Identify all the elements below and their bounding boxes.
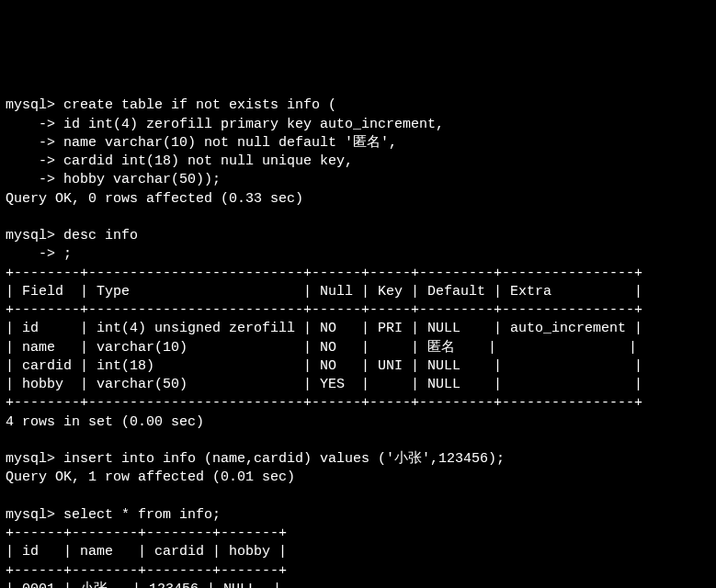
desc-table-border: +--------+--------------------------+---… (6, 395, 642, 411)
desc-table-row: | cardid | int(18) | NO | UNI | NULL | | (6, 358, 642, 374)
cmd-text: insert into info (name,cardid) values ('… (55, 451, 505, 467)
create-table-line1: mysql> create table if not exists info ( (6, 97, 336, 113)
mysql-prompt: mysql> (6, 451, 55, 467)
mysql-prompt: mysql> (6, 507, 55, 523)
select-table-header: | id | name | cardid | hobby | (6, 544, 287, 560)
create-table-line5: -> hobby varchar(50)); (6, 172, 221, 187)
continuation-prompt: -> (6, 117, 55, 132)
desc-table-row: | id | int(4) unsigned zerofill | NO | P… (6, 321, 642, 336)
insert-result: Query OK, 1 row affected (0.01 sec) (6, 469, 295, 485)
create-table-line2: -> id int(4) zerofill primary key auto_i… (6, 117, 444, 132)
cmd-text: hobby varchar(50)); (55, 172, 221, 187)
continuation-prompt: -> (6, 172, 55, 187)
continuation-prompt: -> (6, 153, 55, 169)
desc-table-header: | Field | Type | Null | Key | Default | … (6, 284, 642, 300)
desc-table-border: +--------+--------------------------+---… (6, 266, 642, 281)
cmd-text: ; (55, 246, 72, 262)
desc-table-row: | hobby | varchar(50) | YES | | NULL | | (6, 377, 642, 392)
mysql-prompt: mysql> (6, 97, 55, 113)
mysql-prompt: mysql> (6, 228, 55, 243)
cmd-text: desc info (55, 228, 138, 243)
desc-table-row: | name | varchar(10) | NO | | 匿名 | | (6, 340, 637, 356)
desc-table-border: +--------+--------------------------+---… (6, 302, 642, 318)
cmd-text: cardid int(18) not null unique key, (55, 153, 353, 169)
select-cmd-line: mysql> select * from info; (6, 507, 221, 523)
select-table-border: +------+--------+--------+-------+ (6, 563, 287, 579)
cmd-text: create table if not exists info ( (55, 97, 336, 113)
continuation-prompt: -> (6, 246, 55, 262)
select-table-border: +------+--------+--------+-------+ (6, 526, 287, 541)
desc-result: 4 rows in set (0.00 sec) (6, 414, 204, 430)
terminal-output: mysql> create table if not exists info (… (6, 78, 710, 588)
select-table-row: | 0001 | 小张 | 123456 | NULL | (6, 582, 281, 588)
cmd-text: name varchar(10) not null default '匿名', (55, 135, 397, 151)
cmd-text: select * from info; (55, 507, 221, 523)
create-table-line3: -> name varchar(10) not null default '匿名… (6, 135, 397, 151)
desc-semi-line: -> ; (6, 246, 72, 262)
cmd-text: id int(4) zerofill primary key auto_incr… (55, 117, 444, 132)
insert-cmd-line: mysql> insert into info (name,cardid) va… (6, 451, 505, 467)
create-result: Query OK, 0 rows affected (0.33 sec) (6, 191, 303, 207)
create-table-line4: -> cardid int(18) not null unique key, (6, 153, 353, 169)
desc-cmd-line: mysql> desc info (6, 228, 138, 243)
continuation-prompt: -> (6, 135, 55, 151)
